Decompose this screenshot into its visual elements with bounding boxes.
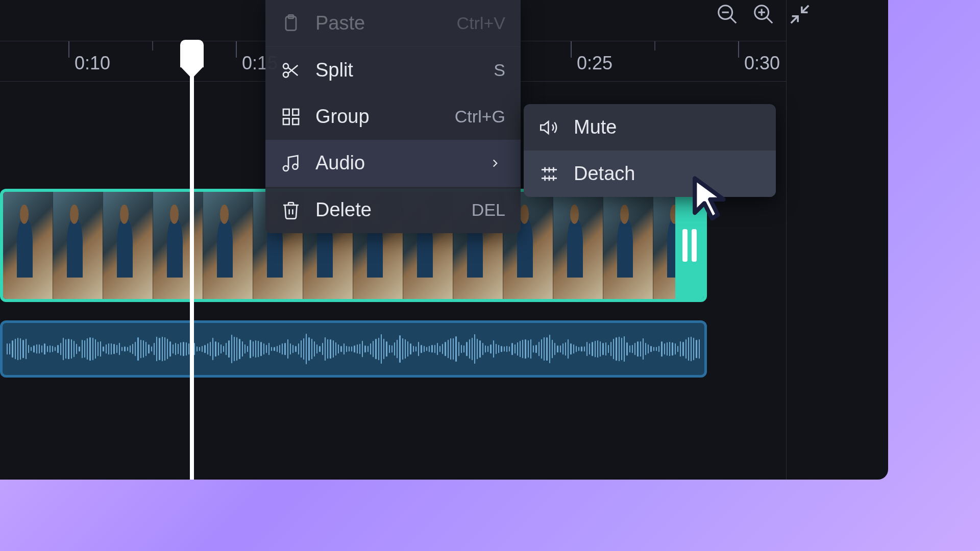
svg-line-7 (791, 16, 798, 23)
menu-label: Paste (315, 12, 365, 34)
submenu-label: Detach (574, 163, 635, 185)
zoom-in-icon[interactable] (752, 3, 775, 28)
menu-item-delete[interactable]: Delete DEL (265, 186, 521, 233)
cursor-icon (689, 174, 735, 222)
menu-item-paste[interactable]: Paste Ctrl+V (265, 0, 521, 47)
svg-rect-18 (292, 118, 299, 124)
timeline-toolbar (716, 3, 812, 28)
submenu-label: Mute (574, 116, 617, 138)
chevron-right-icon (485, 157, 505, 170)
svg-line-1 (730, 17, 737, 23)
tick-label: 0:30 (738, 41, 780, 74)
playhead-line[interactable] (190, 40, 194, 480)
svg-line-8 (802, 6, 808, 12)
submenu-item-detach[interactable]: Detach (524, 151, 776, 197)
svg-marker-21 (541, 121, 548, 133)
svg-rect-15 (283, 109, 289, 115)
tick-label: 0:25 (571, 41, 612, 74)
menu-item-split[interactable]: Split S (265, 47, 521, 93)
panel-divider (786, 0, 787, 480)
svg-rect-16 (292, 109, 299, 115)
collapse-icon[interactable] (788, 3, 812, 28)
editor-window: 0:10 0:15 0:25 0:30 Paste Ctrl+V (0, 0, 888, 480)
menu-item-group[interactable]: Group Ctrl+G (265, 93, 521, 140)
menu-label: Audio (315, 152, 365, 174)
tick-label: 0:10 (68, 41, 110, 74)
menu-shortcut: Ctrl+G (455, 107, 505, 127)
svg-point-20 (292, 164, 298, 169)
menu-shortcut: S (494, 60, 505, 80)
svg-point-19 (283, 166, 288, 171)
menu-item-audio[interactable]: Audio (265, 140, 521, 186)
menu-shortcut: Ctrl+V (457, 13, 505, 33)
submenu-item-mute[interactable]: Mute (524, 104, 776, 151)
menu-label: Split (315, 59, 353, 81)
menu-label: Group (315, 106, 370, 128)
waveform (7, 331, 700, 367)
zoom-out-icon[interactable] (716, 3, 739, 28)
menu-label: Delete (315, 199, 372, 221)
menu-shortcut: DEL (472, 200, 505, 220)
audio-clip[interactable] (0, 320, 707, 378)
context-menu: Paste Ctrl+V Split S Group Ctrl+G Audio … (265, 0, 521, 233)
audio-submenu: Mute Detach (524, 104, 776, 197)
svg-line-4 (767, 17, 773, 23)
svg-rect-17 (283, 118, 289, 124)
playhead-handle[interactable] (180, 40, 204, 67)
